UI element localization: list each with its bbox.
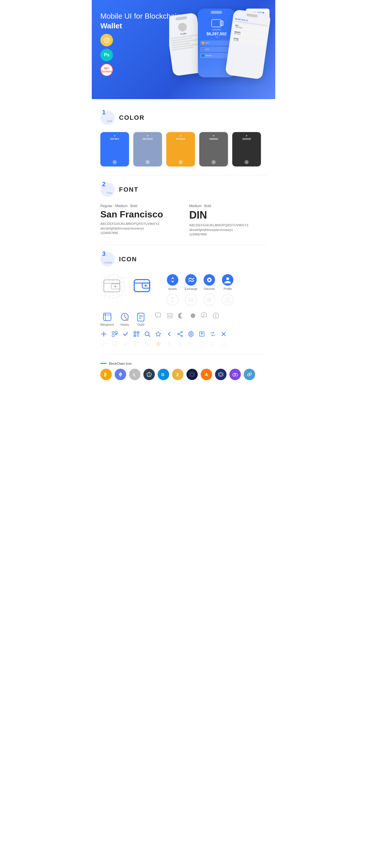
svg-point-27 <box>226 277 229 280</box>
font-section-number: 2 TWO <box>101 183 115 197</box>
svg-rect-58 <box>112 332 114 334</box>
font-sf: Regular · Medium · Bold San Francisco AB… <box>101 204 178 236</box>
svg-marker-73 <box>156 332 161 336</box>
crypto-icons-row: ₿ Ł D <box>101 369 266 380</box>
svg-point-98 <box>221 341 226 346</box>
assets-icon-item: Assets <box>166 274 179 290</box>
export-icon <box>198 331 205 337</box>
colored-wallet-icon <box>132 274 155 299</box>
moon-icon <box>177 312 186 320</box>
bitcoin-icon: ₿ <box>101 369 112 380</box>
font-din-lower: abcdefghijklmnopqrstuvwxyz <box>189 228 266 231</box>
screens-badge: 60+Screens <box>101 64 113 76</box>
color-dot <box>179 160 182 164</box>
layers-icon <box>166 312 174 320</box>
color-dot <box>245 160 249 164</box>
ark-icon <box>201 369 212 380</box>
phones-area: Profile myWallet $6,297,502 <box>169 6 275 86</box>
svg-rect-91 <box>137 341 139 343</box>
svg-line-78 <box>179 334 181 336</box>
color-dot <box>146 160 150 164</box>
polygon-icon <box>229 369 241 380</box>
settings-icon <box>188 331 194 337</box>
svg-text:D: D <box>162 372 164 377</box>
svg-point-32 <box>208 299 210 301</box>
close-icon <box>220 331 227 337</box>
order-label: Order <box>137 323 144 326</box>
font-sf-lower: abcdefghijklmnopqrstuvwxyz <box>101 226 178 230</box>
color-section-number: 1 ONE <box>101 111 115 125</box>
wireframe-wallet-large <box>101 274 126 299</box>
plus-icon <box>101 331 107 337</box>
svg-text:Z: Z <box>176 372 179 377</box>
grid-edit-icon <box>111 331 118 337</box>
exchange-icon <box>185 274 197 286</box>
font-sf-upper: ABCDEFGHIJKLMNOPQRSTUVWXYZ <box>101 222 178 225</box>
svg-point-75 <box>178 333 179 335</box>
svg-rect-89 <box>115 344 117 346</box>
blockchain-text: BlockChain Icon <box>109 362 132 365</box>
svg-rect-50 <box>201 313 206 317</box>
blockchain-line <box>101 363 107 364</box>
exchange-label: Exchange <box>185 287 197 290</box>
svg-rect-13 <box>104 280 120 292</box>
svg-point-21 <box>167 274 178 286</box>
color-swatch-blue: #3574FA <box>101 132 129 166</box>
discover-icon-item: Discover <box>203 274 216 290</box>
utility-icons-row-1 <box>101 331 266 337</box>
svg-rect-35 <box>104 313 111 320</box>
svg-marker-95 <box>156 341 161 346</box>
profile-label: Profile <box>224 287 232 290</box>
font-section-header: 2 TWO FONT <box>101 183 266 197</box>
icon-section-title: ICON <box>119 255 137 263</box>
star-icon <box>155 331 162 337</box>
font-sf-numbers: 1234567890 <box>101 231 178 235</box>
svg-marker-108 <box>191 373 194 376</box>
font-din-numbers: 1234567890 <box>189 232 266 236</box>
ethereum-icon <box>115 369 126 380</box>
color-section-title: COLOR <box>119 114 144 121</box>
history-icon <box>119 312 130 322</box>
misc-icons-row <box>154 312 220 320</box>
svg-rect-62 <box>135 332 135 333</box>
exchange-ghost-icon <box>185 293 197 306</box>
lattice-icon <box>186 369 198 380</box>
profile-icon-item: Profile <box>221 274 234 290</box>
zcash-icon: Z <box>172 369 184 380</box>
font-sf-name: San Francisco <box>101 209 178 220</box>
hero-section: Mobile UI for Blockchain Wallet Ps 60+Sc… <box>92 0 275 99</box>
svg-line-94 <box>148 345 150 346</box>
color-swatch-gray: #8DA0C8 <box>133 132 162 166</box>
color-swatch-darkgray: #666666 <box>199 132 228 166</box>
wireframe-icons <box>101 274 155 299</box>
management-icon <box>102 312 112 322</box>
divider-3 <box>101 354 266 355</box>
chat2-icon <box>200 312 208 320</box>
management-label: Mangment <box>101 323 114 326</box>
dark-crypto-icon <box>143 369 155 380</box>
order-icon <box>136 312 146 322</box>
nav-icons-container: Assets Exchange <box>166 274 234 306</box>
svg-rect-64 <box>138 332 139 333</box>
stellar-icon <box>244 369 255 380</box>
assets-icon <box>166 274 179 286</box>
blockchain-label: BlockChain Icon <box>101 362 266 365</box>
svg-marker-107 <box>190 372 194 377</box>
svg-point-79 <box>190 333 192 335</box>
svg-rect-90 <box>134 341 136 343</box>
profile-icon <box>221 274 234 286</box>
color-swatch-orange: #F5A623 <box>166 132 195 166</box>
svg-rect-88 <box>112 344 114 346</box>
search-icon <box>144 331 151 337</box>
svg-line-72 <box>148 335 150 337</box>
order-icon-item: Order <box>136 312 146 326</box>
utility-icons-ghost-row <box>101 340 266 347</box>
svg-point-93 <box>145 341 149 345</box>
svg-point-76 <box>181 335 182 337</box>
exchange-icon-item: Exchange <box>185 274 197 290</box>
history-icon-item: History <box>119 312 130 326</box>
dash-icon: D <box>158 369 169 380</box>
svg-point-19 <box>145 284 147 286</box>
font-section: Regular · Medium · Bold San Francisco AB… <box>101 204 266 236</box>
divider-2 <box>101 245 266 245</box>
